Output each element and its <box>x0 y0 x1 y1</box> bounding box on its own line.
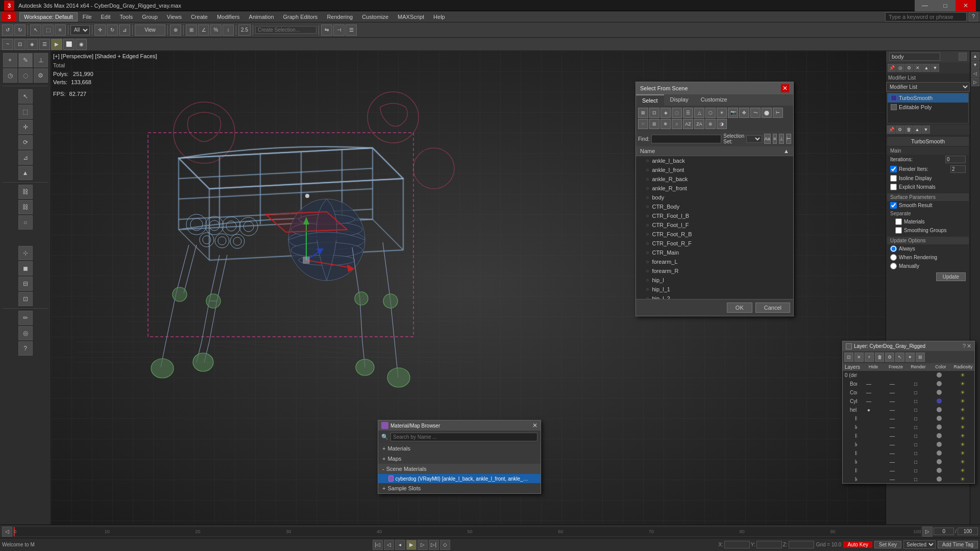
close-btn[interactable]: ✕ <box>955 0 976 11</box>
z-coord-input[interactable] <box>789 541 814 548</box>
down-btn2[interactable]: ▼ <box>922 126 930 134</box>
up-btn2[interactable]: ▲ <box>913 126 921 134</box>
scroll-left-btn[interactable]: ◁ <box>2 527 12 537</box>
place-tool-btn[interactable]: ▲ <box>18 166 33 180</box>
find-input[interactable] <box>651 135 721 143</box>
layer-list[interactable]: 0 (default) ☀ Bones — — □ ☀ Controls — — <box>843 371 974 483</box>
list-item[interactable]: forearm_R <box>636 266 793 276</box>
all-btn[interactable]: ⊠ <box>638 108 648 118</box>
polygon-select-btn[interactable]: ◼ <box>18 261 33 276</box>
sort-header-btn[interactable]: ▲ <box>783 148 789 154</box>
move-tool-btn[interactable]: ✛ <box>18 120 33 134</box>
menu-edit[interactable]: Edit <box>97 13 115 21</box>
schematic-btn[interactable]: ⊡ <box>14 39 26 50</box>
modifier-list-dropdown[interactable]: Modifier List <box>886 82 970 92</box>
layer-item-default[interactable]: 0 (default) ☀ <box>843 371 974 380</box>
key-mode-select[interactable]: Selected <box>903 540 936 549</box>
layer-item-leg-r1-rotation[interactable]: leg_R1_rotation — □ ☀ <box>853 475 974 483</box>
update-btn[interactable]: Update <box>936 272 966 281</box>
none-btn[interactable]: ⊡ <box>649 108 659 118</box>
menu-modifiers[interactable]: Modifiers <box>213 13 244 21</box>
light-btn[interactable]: ☀ <box>717 108 727 118</box>
mat-item-cyberdog[interactable]: cyberdog (VRayMtl) [ankle_l_back, ankle_… <box>378 474 541 483</box>
iterations-input[interactable] <box>945 156 966 163</box>
layer-item-ikchain003[interactable]: IK Chain003 — □ ☀ <box>853 414 974 423</box>
trash-btn[interactable]: 🗑 <box>904 126 913 134</box>
edge-select-btn[interactable]: ⊟ <box>18 277 33 291</box>
camera-btn[interactable]: 📷 <box>728 108 738 118</box>
layer-manager-btn[interactable]: ☰ <box>346 24 357 36</box>
icon-left[interactable]: ◁ <box>971 69 979 78</box>
by-layer-btn[interactable]: ☰ <box>683 108 693 118</box>
layer-item-leg-r2-rotation[interactable]: leg_R2_rotation — □ ☀ <box>853 458 974 466</box>
angle-snap[interactable]: ∠ <box>198 24 209 36</box>
menu-rendering[interactable]: Rendering <box>323 13 357 21</box>
link-btn[interactable]: ⛓ <box>18 185 33 199</box>
sort-color-btn[interactable]: ◑ <box>717 119 727 129</box>
y-coord-input[interactable] <box>756 541 782 548</box>
layer-props-btn[interactable]: ⚙ <box>885 353 894 362</box>
dialog-close-btn[interactable]: ✕ <box>781 84 789 92</box>
list-item[interactable]: CTR_Foot_l_B <box>636 211 793 220</box>
list-item[interactable]: body <box>636 193 793 202</box>
list-item[interactable]: hip_l_2 <box>636 294 793 299</box>
render-iters-check[interactable] <box>890 166 897 172</box>
play-btn[interactable]: ▶ <box>406 540 416 550</box>
end-time-input[interactable] <box>958 528 978 535</box>
list-item[interactable]: CTR_Foot_l_F <box>636 220 793 230</box>
render-frame-btn[interactable]: ⬜ <box>63 39 75 50</box>
icon-right[interactable]: ▷ <box>971 78 979 86</box>
layer-delete-btn[interactable]: 🗑 <box>875 353 884 362</box>
menu-animation[interactable]: Animation <box>245 13 278 21</box>
mat-search-input[interactable] <box>390 433 537 441</box>
layer-close-btn[interactable]: ✕ <box>967 343 971 349</box>
undo-btn[interactable]: ↺ <box>2 24 13 36</box>
hierarchy-panel-btn[interactable]: ⊥ <box>34 53 48 67</box>
layer-item-helpers[interactable]: helpers ● — □ ☀ <box>848 406 974 414</box>
autokey-btn[interactable]: Auto Key <box>843 541 872 548</box>
scroll-right-btn[interactable]: ▷ <box>922 527 933 537</box>
helper-btn[interactable]: ✤ <box>739 108 749 118</box>
sub-btn[interactable]: ⊢ <box>786 134 791 144</box>
case-btn[interactable]: Aa <box>764 134 771 144</box>
layer-help-btn[interactable]: ? <box>963 343 966 349</box>
percent-snap[interactable]: % <box>210 24 222 36</box>
shape-btn[interactable]: ⬡ <box>705 108 716 118</box>
layer-item-leg-l1-rotation[interactable]: leg_l1_rotation — □ ☀ <box>853 423 974 432</box>
timeline-ruler[interactable]: 0 10 20 30 40 50 60 70 80 90 100 <box>13 527 921 537</box>
setkey-btn[interactable]: Set Key <box>874 541 901 548</box>
xref-btn[interactable]: ⊞ <box>649 119 659 129</box>
rotate-tool-btn[interactable]: ⟳ <box>18 135 33 149</box>
menu-group[interactable]: Group <box>138 13 162 21</box>
mod-settings-btn[interactable]: ⚙ <box>905 64 913 72</box>
layer-item-bones[interactable]: Bones — — □ ☀ <box>848 380 974 388</box>
tab-display[interactable]: Display <box>664 94 695 106</box>
list-item[interactable]: hip_l_1 <box>636 285 793 294</box>
maximize-btn[interactable]: □ <box>935 0 955 11</box>
snap-toggle[interactable]: ⊞ <box>186 24 197 36</box>
list-item[interactable]: CTR_Main <box>636 248 793 257</box>
pin-mod-btn[interactable]: 📌 <box>888 64 896 72</box>
mat-section-sample[interactable]: + Sample Slots <box>378 483 541 493</box>
active-shade-btn[interactable]: ◉ <box>76 39 87 50</box>
mat-section-scene-header[interactable]: - Scene Materials <box>378 464 541 474</box>
material-editor-btn[interactable]: ◈ <box>27 39 38 50</box>
list-item[interactable]: CTR_Foot_R_B <box>636 230 793 239</box>
paint-btn[interactable]: ✏ <box>18 311 33 325</box>
render-setup-btn[interactable]: ☰ <box>39 39 50 50</box>
goto-start-btn[interactable]: |◁ <box>373 540 383 550</box>
manually-radio[interactable] <box>890 263 897 269</box>
sort-az-btn[interactable]: AZ <box>683 119 693 129</box>
list-item[interactable]: hip_l <box>636 276 793 285</box>
layer-item-ikchain004[interactable]: IK Chain004 — □ ☀ <box>853 466 974 475</box>
particle-btn[interactable]: ⁘ <box>638 119 648 129</box>
smoothing-groups-check[interactable] <box>895 227 902 234</box>
workspace-selector[interactable]: Workspace: Default <box>19 12 78 21</box>
selected-obj-name[interactable] <box>889 53 940 61</box>
layer-close-tool[interactable]: ✕ <box>854 353 864 362</box>
list-item[interactable]: CTR_Body <box>636 202 793 211</box>
key-mode-btn[interactable]: ◇ <box>440 540 450 550</box>
goto-end-btn[interactable]: ▷| <box>429 540 439 550</box>
isolate-btn[interactable]: ◎ <box>18 326 33 340</box>
mat-section-sample-header[interactable]: + Sample Slots <box>378 483 541 493</box>
